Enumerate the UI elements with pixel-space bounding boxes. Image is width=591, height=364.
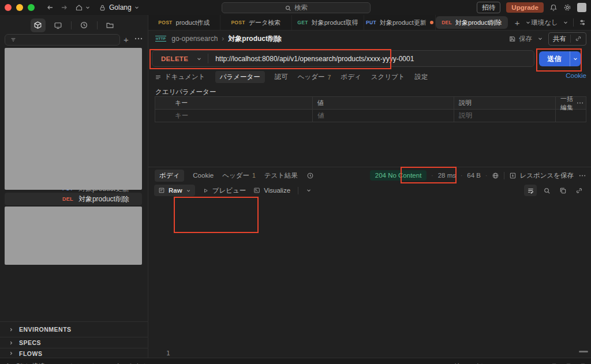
save-response-button[interactable]: レスポンスを保存 xyxy=(509,171,574,180)
view-mode-selector[interactable]: Raw xyxy=(154,185,195,196)
titlebar: Golang 検索 招待 Upgrade xyxy=(0,0,591,16)
response-time[interactable]: 28 ms xyxy=(438,172,456,179)
response-history-icon[interactable] xyxy=(306,172,314,179)
url-input[interactable]: http://localhost:8080/api/v1/opensearch/… xyxy=(208,54,414,63)
environment-chevron-down-icon[interactable] xyxy=(563,20,568,25)
url-bar: DELETE http://localhost:8080/api/v1/open… xyxy=(152,50,534,67)
environment-selector[interactable]: 環境なし xyxy=(531,18,558,27)
tab-label: product作成 xyxy=(176,18,210,27)
key-input[interactable]: キー xyxy=(155,110,313,122)
folder-icon[interactable] xyxy=(103,18,118,32)
divider xyxy=(573,18,574,27)
tab-product-get[interactable]: GET 対象product取得 xyxy=(292,15,364,30)
terminal-button[interactable]: ターミナル xyxy=(105,362,147,364)
minimize-window-button[interactable] xyxy=(16,4,23,11)
response-tab-headers[interactable]: ヘッダー 1 xyxy=(222,171,256,180)
environment-quick-look-icon[interactable] xyxy=(578,18,586,27)
connect-git-button[interactable]: Git に接続 xyxy=(6,362,44,364)
tab-headers[interactable]: ヘッダー 7 xyxy=(298,73,331,81)
tab-settings[interactable]: 設定 xyxy=(415,73,428,81)
tabs-chevron-down-icon[interactable] xyxy=(525,20,531,25)
value-input[interactable]: 値 xyxy=(313,110,454,122)
forward-icon[interactable] xyxy=(60,3,68,12)
wrap-text-icon[interactable] xyxy=(524,185,537,196)
collections-icon[interactable] xyxy=(31,18,46,32)
back-icon[interactable] xyxy=(46,3,54,12)
tab-product-update[interactable]: PUT 対象product更新 xyxy=(364,15,436,30)
save-response-label: レスポンスを保存 xyxy=(519,171,574,180)
search-input[interactable]: 検索 xyxy=(222,2,371,13)
statusbar-right: グローバル Vault Tools xyxy=(452,362,586,364)
tab-product-create[interactable]: POST product作成 xyxy=(148,15,220,30)
response-tab-tests[interactable]: テスト結果 xyxy=(264,171,298,180)
workspace-name[interactable]: Golang xyxy=(109,3,132,12)
view-options-chevron-icon[interactable] xyxy=(306,187,312,193)
description-input[interactable]: 説明 xyxy=(454,110,556,122)
sidebar-item-delete[interactable]: DEL 対象product削除 xyxy=(5,193,142,205)
history-icon[interactable] xyxy=(77,18,92,32)
breadcrumb-request-name[interactable]: 対象product削除 xyxy=(228,34,282,44)
tab-documentation[interactable]: ドキュメント xyxy=(155,73,205,81)
tab-authorization[interactable]: 認可 xyxy=(275,73,288,81)
method-selector[interactable]: DELETE xyxy=(152,55,208,62)
save-button[interactable]: 保存 xyxy=(508,35,532,43)
send-button[interactable]: 送信 xyxy=(539,54,570,64)
sidebar-icon-divider xyxy=(97,21,98,29)
share-button[interactable]: 共有 xyxy=(553,35,566,43)
visualize-button[interactable]: Visualize xyxy=(253,187,290,194)
copy-body-icon[interactable] xyxy=(556,185,569,196)
avatar[interactable] xyxy=(577,3,586,12)
view-mode-chevron-icon xyxy=(186,188,191,193)
status-badge[interactable]: 204 No Content xyxy=(370,170,427,181)
terminal-label: ターミナル xyxy=(115,362,147,364)
sidebar-more-actions-icon[interactable] xyxy=(134,37,143,40)
response-view-toolbar: Raw プレビュー Visualize xyxy=(148,183,591,197)
search-in-body-icon[interactable] xyxy=(540,185,553,196)
console-button[interactable]: コンソール xyxy=(54,362,96,364)
notifications-bell-icon[interactable] xyxy=(549,3,558,12)
tab-body[interactable]: ボディ xyxy=(341,73,361,81)
tab-scripts[interactable]: スクリプト xyxy=(371,73,405,81)
line-number: 1 xyxy=(166,350,170,357)
sidebar-add-button[interactable]: + xyxy=(124,35,129,44)
zoom-window-button[interactable] xyxy=(28,4,35,11)
sidebar-filter-input[interactable] xyxy=(5,34,120,46)
home-icon[interactable] xyxy=(75,3,83,12)
response-more-actions-icon[interactable] xyxy=(578,174,586,177)
home-chevron-down-icon[interactable] xyxy=(85,5,91,10)
copy-link-icon[interactable] xyxy=(575,35,582,42)
divider xyxy=(298,187,298,194)
search-placeholder: 検索 xyxy=(294,3,308,12)
sidebar-section-environments[interactable]: ENVIRONMENTS xyxy=(0,321,148,337)
link-body-icon[interactable] xyxy=(573,185,585,196)
scrollbar-thumb[interactable] xyxy=(579,351,588,352)
tab-product-delete[interactable]: DEL 対象product削除 xyxy=(436,16,508,29)
response-size[interactable]: 64 B xyxy=(467,172,481,179)
sidebar-section-flows[interactable]: FLOWS xyxy=(0,348,148,358)
globe-icon[interactable] xyxy=(492,172,499,179)
tab-params[interactable]: パラメーター xyxy=(215,71,265,83)
tab-data-search[interactable]: POST データ検索 xyxy=(220,15,293,30)
apis-icon[interactable] xyxy=(51,18,66,32)
section-label: SPECS xyxy=(19,339,41,346)
agent-selector[interactable]: グローバル xyxy=(452,362,485,364)
close-window-button[interactable] xyxy=(5,4,12,11)
response-tab-body[interactable]: ボディ xyxy=(155,170,184,182)
divider xyxy=(570,35,571,43)
upgrade-button[interactable]: Upgrade xyxy=(506,2,544,13)
query-params-table: キー 値 説明 一括編集 キー 値 説明 xyxy=(155,96,586,122)
settings-gear-icon[interactable] xyxy=(563,3,571,12)
invite-button[interactable]: 招待 xyxy=(477,2,500,13)
table-more-actions-icon[interactable] xyxy=(577,102,583,104)
preview-button[interactable]: プレビュー xyxy=(203,186,246,195)
chevron-right-icon xyxy=(9,340,14,346)
sidebar-section-specs[interactable]: SPECS xyxy=(0,337,148,348)
visualize-icon xyxy=(253,187,260,194)
new-tab-button[interactable]: + xyxy=(515,18,520,28)
breadcrumb-collection[interactable]: go-opensearch xyxy=(171,35,218,43)
response-tab-cookies[interactable]: Cookie xyxy=(193,172,214,179)
send-options-chevron-icon[interactable] xyxy=(570,51,581,66)
workspace-chevron-down-icon[interactable] xyxy=(134,5,140,10)
bulk-edit-button[interactable]: 一括編集 xyxy=(560,95,574,112)
save-chevron-down-icon[interactable] xyxy=(537,36,543,42)
